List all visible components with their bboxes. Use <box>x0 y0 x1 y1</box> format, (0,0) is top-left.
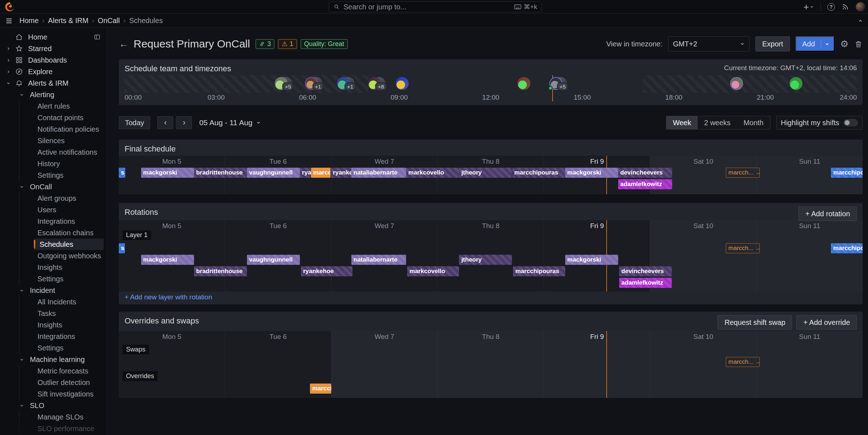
shift-bar[interactable]: devincheevers <box>619 266 672 276</box>
request-shift-swap-button[interactable]: Request shift swap <box>718 315 792 330</box>
shift-bar[interactable]: mackgorski <box>141 255 194 265</box>
shift-bar[interactable]: s <box>119 168 125 178</box>
shift-bar[interactable]: ryankehoe <box>301 266 352 276</box>
sidebar-item-contact-points[interactable]: Contact points <box>34 112 104 123</box>
sidebar-item-home[interactable]: Home <box>0 31 107 43</box>
breadcrumb-item-oncall[interactable]: OnCall <box>98 17 120 25</box>
shift-swap-request-bar[interactable]: marcch... → ? <box>726 357 760 367</box>
shift-bar[interactable]: s <box>119 243 125 253</box>
sidebar-item-all-incidents[interactable]: All Incidents <box>34 296 104 308</box>
avatar[interactable]: +5 <box>549 77 562 90</box>
shift-bar[interactable]: marcchipouras <box>512 168 565 178</box>
shift-bar[interactable]: mackgorski <box>565 168 618 178</box>
avatar[interactable]: +1 <box>337 77 350 90</box>
view-toggle-month[interactable]: Month <box>737 116 770 129</box>
sidebar-item-active-notifications[interactable]: Active notifications <box>34 146 104 158</box>
shift-bar[interactable]: adamlefkowitz <box>618 179 672 189</box>
sidebar-item-metric-forecasts[interactable]: Metric forecasts <box>34 365 104 377</box>
shift-bar[interactable]: nataliabernarte <box>351 168 406 178</box>
sidebar-item-insights[interactable]: Insights <box>34 319 104 331</box>
next-week-button[interactable]: › <box>176 116 192 129</box>
highlight-shifts-toggle[interactable] <box>844 119 858 126</box>
shift-bar[interactable]: bradrittenhouse <box>194 266 247 276</box>
sidebar-item-machine-learning[interactable]: Machine learning <box>0 354 107 365</box>
sidebar-item-alerts-irm[interactable]: Alerts & IRM <box>0 77 107 89</box>
delete-trash-icon[interactable] <box>854 40 863 48</box>
shift-bar[interactable]: jtheory <box>459 255 512 265</box>
chevron-up-icon[interactable] <box>858 18 863 23</box>
sidebar-item-integrations[interactable]: Integrations <box>34 216 104 227</box>
avatar[interactable]: +5 <box>275 77 288 90</box>
add-menu-button[interactable]: + <box>804 1 814 13</box>
sidebar-item-history[interactable]: History <box>34 158 104 169</box>
sidebar-item-slo[interactable]: SLO <box>0 400 107 411</box>
view-toggle-week[interactable]: Week <box>666 116 698 129</box>
sidebar-item-tasks[interactable]: Tasks <box>34 308 104 319</box>
shift-bar[interactable]: vaughngunnell <box>247 168 300 178</box>
dock-menu-icon[interactable] <box>94 33 101 41</box>
shift-bar[interactable]: rya <box>300 168 311 178</box>
avatar[interactable] <box>730 77 743 90</box>
sidebar-item-alert-groups[interactable]: Alert groups <box>34 192 104 204</box>
avatar[interactable]: +8 <box>368 77 381 90</box>
view-toggle-2-weeks[interactable]: 2 weeks <box>698 116 737 129</box>
sidebar-item-integrations[interactable]: Integrations <box>34 331 104 342</box>
sidebar-item-users[interactable]: Users <box>34 204 104 216</box>
timezone-select[interactable]: GMT+2 <box>668 36 750 51</box>
breadcrumb-item-schedules[interactable]: Schedules <box>129 17 163 25</box>
menu-toggle-icon[interactable] <box>5 17 13 25</box>
sidebar-item-sift-investigations[interactable]: Sift investigations <box>34 388 104 400</box>
search-input[interactable]: Search or jump to... ⌘+k <box>329 1 542 12</box>
back-button[interactable]: ← <box>119 39 129 49</box>
sidebar-item-alerting[interactable]: Alerting <box>0 89 107 100</box>
sidebar-item-settings[interactable]: Settings <box>34 169 104 181</box>
sidebar-item-explore[interactable]: Explore <box>0 66 107 77</box>
shift-bar[interactable]: vaughngunnell <box>247 255 300 265</box>
shift-bar[interactable]: jtheory <box>459 168 512 178</box>
shift-bar[interactable]: bradrittenhouse <box>194 168 247 178</box>
sidebar-item-alert-rules[interactable]: Alert rules <box>34 100 104 112</box>
shift-bar[interactable]: markcovello <box>407 266 459 276</box>
shift-swap-request-bar[interactable]: marcch... → ? <box>726 243 760 253</box>
prev-week-button[interactable]: ‹ <box>157 116 173 129</box>
sidebar-item-starred[interactable]: Starred <box>0 43 107 54</box>
sidebar-item-outlier-detection[interactable]: Outlier detection <box>34 377 104 388</box>
sidebar-item-silences[interactable]: Silences <box>34 135 104 146</box>
date-range-picker[interactable]: 05 Aug - 11 Aug <box>199 118 261 127</box>
avatar[interactable]: +1 <box>305 77 318 90</box>
sidebar-item-incident[interactable]: Incident <box>0 285 107 296</box>
breadcrumb-item-alerts-irm[interactable]: Alerts & IRM <box>48 17 88 25</box>
avatar[interactable] <box>790 77 802 90</box>
shift-bar[interactable]: marcchipoura <box>831 168 863 178</box>
avatar[interactable] <box>396 77 409 90</box>
sidebar-item-outgoing-webhooks[interactable]: Outgoing webhooks <box>34 250 104 262</box>
shift-bar[interactable]: nataliabernarte <box>351 255 406 265</box>
sidebar-item-oncall[interactable]: OnCall <box>0 181 107 192</box>
shift-bar[interactable]: adamlefkowitz <box>619 278 672 288</box>
settings-gear-icon[interactable]: ⚙ <box>840 39 849 49</box>
sidebar-item-slo-performance[interactable]: SLO performance <box>34 423 104 434</box>
add-rotation-button[interactable]: + Add rotation <box>799 207 857 221</box>
sidebar-item-notification-policies[interactable]: Notification policies <box>34 123 104 135</box>
today-button[interactable]: Today <box>119 116 150 129</box>
help-icon[interactable]: ? <box>827 3 835 11</box>
shift-bar[interactable]: marcchipoura <box>831 243 863 253</box>
avatar[interactable] <box>517 77 530 90</box>
shift-bar[interactable]: markcovello <box>406 168 459 178</box>
shift-bar[interactable]: devincheevers <box>618 168 672 178</box>
sidebar-item-manage-slos[interactable]: Manage SLOs <box>34 411 104 423</box>
sidebar-item-schedules[interactable]: Schedules <box>34 239 104 250</box>
sidebar-item-settings[interactable]: Settings <box>34 342 104 354</box>
export-button[interactable]: Export <box>755 36 790 51</box>
sidebar-item-escalation-chains[interactable]: Escalation chains <box>34 227 104 239</box>
shift-bar[interactable]: marcchipouras <box>513 266 565 276</box>
sidebar-item-dashboards[interactable]: Dashboards <box>0 54 107 66</box>
shift-swap-request-bar[interactable]: marcch... → ? <box>726 168 760 178</box>
add-button[interactable]: Add <box>796 36 835 51</box>
sidebar-item-insights[interactable]: Insights <box>34 262 104 273</box>
user-avatar[interactable] <box>856 2 865 12</box>
grafana-logo-icon[interactable] <box>4 1 15 12</box>
shift-bar[interactable]: ryankeho <box>331 168 351 178</box>
shift-bar[interactable]: mackgorski <box>565 255 618 265</box>
breadcrumb-item-home[interactable]: Home <box>19 17 39 25</box>
